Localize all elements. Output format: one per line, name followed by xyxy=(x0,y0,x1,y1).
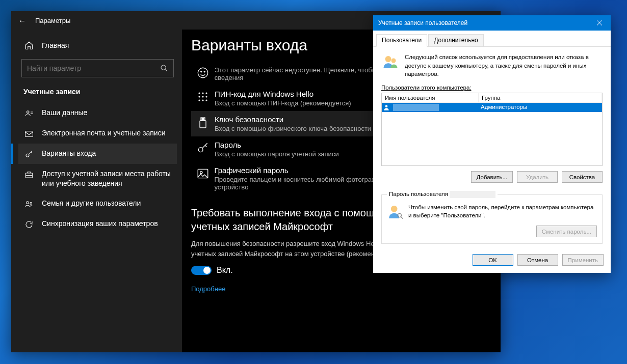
col-header-group[interactable]: Группа xyxy=(479,93,602,103)
picture-icon xyxy=(194,166,211,191)
dialog-footer: OK Отмена Применить xyxy=(373,250,611,273)
svg-point-28 xyxy=(385,105,388,107)
learn-more-link[interactable]: Подробнее xyxy=(191,285,225,293)
sidebar-item-label: Доступ к учетной записи места работы или… xyxy=(42,169,172,188)
sidebar-item-label: Ваши данные xyxy=(42,108,172,118)
masked-username xyxy=(450,191,495,198)
svg-point-0 xyxy=(161,65,166,70)
user-icon xyxy=(382,103,391,112)
sidebar-home-label: Главная xyxy=(42,41,69,49)
apply-button: Применить xyxy=(562,254,604,266)
svg-point-27 xyxy=(391,59,396,63)
svg-point-11 xyxy=(202,92,203,94)
cancel-button[interactable]: Отмена xyxy=(517,254,558,266)
password-fieldset: Пароль пользователя Чтобы изменить свой … xyxy=(381,191,603,244)
option-desc: Вход с помощью пароля учетной записи xyxy=(215,150,339,158)
sidebar-home[interactable]: Главная xyxy=(18,37,177,54)
toggle-switch[interactable] xyxy=(191,266,212,275)
list-label: Пользователи этого компьютера: xyxy=(381,85,603,91)
list-header: Имя пользователя Группа xyxy=(382,93,602,103)
cell-user xyxy=(391,103,479,112)
sidebar-section-title: Учетные записи xyxy=(18,85,177,103)
sidebar-item-family[interactable]: Семья и другие пользователи xyxy=(18,193,177,214)
users-icon xyxy=(381,53,400,78)
sidebar-item-signin-options[interactable]: Варианты входа xyxy=(18,144,177,164)
svg-point-25 xyxy=(200,172,202,174)
cell-group: Администраторы xyxy=(479,103,602,112)
col-header-user[interactable]: Имя пользователя xyxy=(382,93,479,103)
usb-key-icon xyxy=(194,115,212,132)
add-button[interactable]: Добавить... xyxy=(471,171,513,183)
dialog-titlebar[interactable]: Учетные записи пользователей xyxy=(373,15,611,31)
sync-icon xyxy=(23,219,35,229)
svg-point-29 xyxy=(391,206,398,212)
dialog-title: Учетные записи пользователей xyxy=(378,19,467,26)
close-button[interactable] xyxy=(588,15,611,31)
home-icon xyxy=(23,41,35,50)
properties-button[interactable]: Свойства xyxy=(562,171,603,183)
svg-point-1 xyxy=(27,111,30,114)
svg-point-5 xyxy=(27,202,29,204)
user-accounts-dialog: Учетные записи пользователей Пользовател… xyxy=(373,15,611,273)
people-icon xyxy=(23,199,35,209)
svg-point-8 xyxy=(201,71,202,72)
tab-advanced[interactable]: Дополнительно xyxy=(428,34,483,47)
sidebar-item-label: Семья и другие пользователи xyxy=(42,199,172,208)
sidebar-item-email-accounts[interactable]: Электронная почта и учетные записи xyxy=(18,123,177,144)
svg-point-18 xyxy=(205,99,207,101)
tab-users[interactable]: Пользователи xyxy=(376,34,427,47)
search-input[interactable] xyxy=(27,64,160,72)
remove-button: Удалить xyxy=(517,171,558,183)
user-key-icon xyxy=(387,203,404,220)
key-icon xyxy=(194,141,212,158)
search-box[interactable] xyxy=(21,59,174,77)
tab-panel-users: Следующий список используется для предос… xyxy=(373,47,611,250)
svg-point-10 xyxy=(198,92,200,94)
ok-button[interactable]: OK xyxy=(473,254,513,266)
sidebar-item-label: Варианты входа xyxy=(42,149,172,158)
dialog-intro: Следующий список используется для предос… xyxy=(405,53,603,78)
svg-rect-21 xyxy=(202,119,203,120)
svg-point-12 xyxy=(205,92,207,94)
back-button[interactable]: ← xyxy=(18,16,26,25)
briefcase-icon xyxy=(23,169,35,179)
sidebar-item-sync[interactable]: Синхронизация ваших параметров xyxy=(18,214,177,234)
svg-point-23 xyxy=(198,148,203,152)
key-icon xyxy=(23,149,35,159)
face-icon xyxy=(194,65,212,81)
settings-title: Параметры xyxy=(35,17,70,24)
svg-point-9 xyxy=(204,71,205,72)
svg-point-7 xyxy=(198,68,208,78)
svg-point-16 xyxy=(198,99,200,101)
masked-username xyxy=(393,104,439,111)
option-title: ПИН-код для Windows Hello xyxy=(215,90,351,98)
option-desc: Вход с помощью ПИН-кода (рекомендуется) xyxy=(215,99,351,107)
toggle-label: Вкл. xyxy=(217,266,233,275)
dialog-tabs: Пользователи Дополнительно xyxy=(373,31,611,47)
user-list[interactable]: Имя пользователя Группа Администраторы xyxy=(381,93,603,166)
password-text: Чтобы изменить свой пароль, перейдите к … xyxy=(408,203,597,220)
svg-point-17 xyxy=(202,99,203,101)
sidebar-item-work-school[interactable]: Доступ к учетной записи места работы или… xyxy=(18,164,177,193)
list-row[interactable]: Администраторы xyxy=(382,103,602,112)
svg-point-13 xyxy=(198,96,200,97)
svg-rect-22 xyxy=(203,119,204,120)
sidebar-item-your-info[interactable]: Ваши данные xyxy=(18,103,177,123)
settings-sidebar: Главная Учетные записи Ваши данные Элек xyxy=(11,30,182,352)
mail-icon xyxy=(23,128,35,138)
sidebar-item-label: Электронная почта и учетные записи xyxy=(42,128,172,138)
change-password-button: Сменить пароль... xyxy=(536,226,597,237)
svg-point-14 xyxy=(202,96,203,97)
keypad-icon xyxy=(194,90,212,107)
svg-point-3 xyxy=(26,154,29,157)
password-legend: Пароль пользователя xyxy=(387,191,498,198)
svg-rect-2 xyxy=(25,131,33,137)
option-title: Ключ безопасности xyxy=(215,115,371,124)
svg-point-26 xyxy=(385,56,391,62)
person-card-icon xyxy=(23,108,35,118)
svg-point-6 xyxy=(30,202,32,204)
svg-point-15 xyxy=(205,96,207,97)
search-icon xyxy=(160,64,168,72)
option-title: Пароль xyxy=(215,141,339,149)
svg-rect-20 xyxy=(200,121,206,128)
